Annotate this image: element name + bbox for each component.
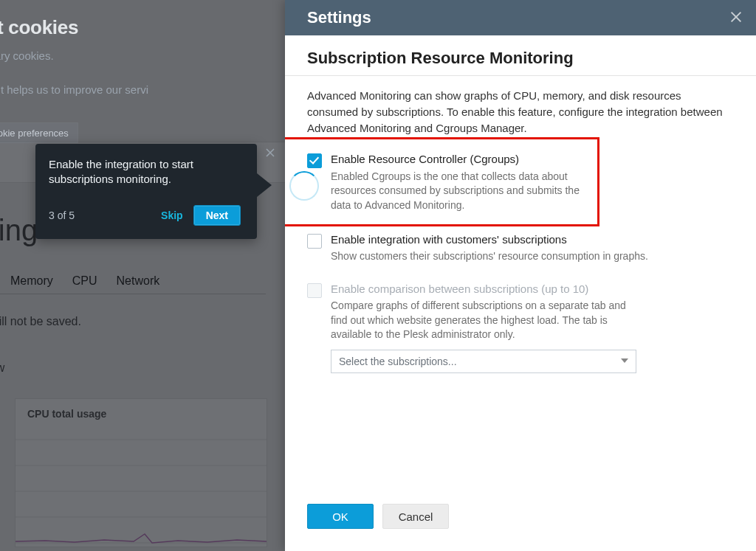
option-label: Enable comparison between subscriptions … <box>331 282 734 297</box>
cookie-preferences-label: cookie preferences <box>0 128 69 139</box>
subscriptions-select[interactable]: Select the subscriptions... <box>331 350 636 373</box>
tooltip-arrow <box>257 173 272 197</box>
onboarding-tip-text: Enable the integration to start subscrip… <box>49 157 241 187</box>
option-enable-comparison: Enable comparison between subscriptions … <box>307 279 734 378</box>
skip-button[interactable]: Skip <box>161 209 183 221</box>
onboarding-step: 3 of 5 <box>49 209 75 221</box>
option-enable-customers-integration: Enable integration with customers' subsc… <box>307 229 734 268</box>
subscriptions-select-placeholder: Select the subscriptions... <box>339 356 457 367</box>
checkbox-enable-cgroups[interactable] <box>307 153 322 168</box>
option-desc: Show customers their subscriptions' reso… <box>331 249 734 264</box>
settings-panel-footer: OK Cancel <box>285 495 756 551</box>
loading-spinner-icon <box>289 171 319 201</box>
onboarding-tooltip: Enable the integration to start subscrip… <box>35 144 257 239</box>
settings-title: Settings <box>307 8 371 27</box>
settings-panel: Settings Subscription Resource Monitorin… <box>285 0 756 551</box>
divider <box>285 75 756 76</box>
settings-subtitle: Subscription Resource Monitoring <box>307 49 734 68</box>
option-enable-cgroups: Enable Resource Controller (Cgroups) Ena… <box>307 149 734 217</box>
settings-panel-header: Settings <box>285 0 756 35</box>
cookie-banner-text-2: bout how you use Plesk. It helps us to i… <box>0 83 148 96</box>
option-desc: Compare graphs of different subscription… <box>331 299 626 342</box>
cookie-preferences-button[interactable]: cookie preferences <box>0 122 78 143</box>
ok-button[interactable]: OK <box>307 504 374 529</box>
checkbox-enable-customers-integration[interactable] <box>307 234 322 249</box>
cookie-banner-title: ccept cookies <box>0 16 78 39</box>
option-label: Enable Resource Controller (Cgroups) <box>331 152 734 167</box>
option-desc: Enabled Cgroups is the one that collects… <box>331 170 597 213</box>
option-label: Enable integration with customers' subsc… <box>331 232 734 247</box>
cookie-banner-text-1: us to use necessary cookies. <box>0 49 54 62</box>
cancel-button[interactable]: Cancel <box>382 504 449 529</box>
settings-intro: Advanced Monitoring can show graphs of C… <box>307 88 734 136</box>
checkbox-enable-comparison <box>307 283 322 298</box>
close-icon[interactable] <box>729 10 743 24</box>
chevron-down-icon <box>621 358 628 363</box>
tooltip-close-icon[interactable] <box>266 148 275 157</box>
next-button[interactable]: Next <box>193 205 241 226</box>
